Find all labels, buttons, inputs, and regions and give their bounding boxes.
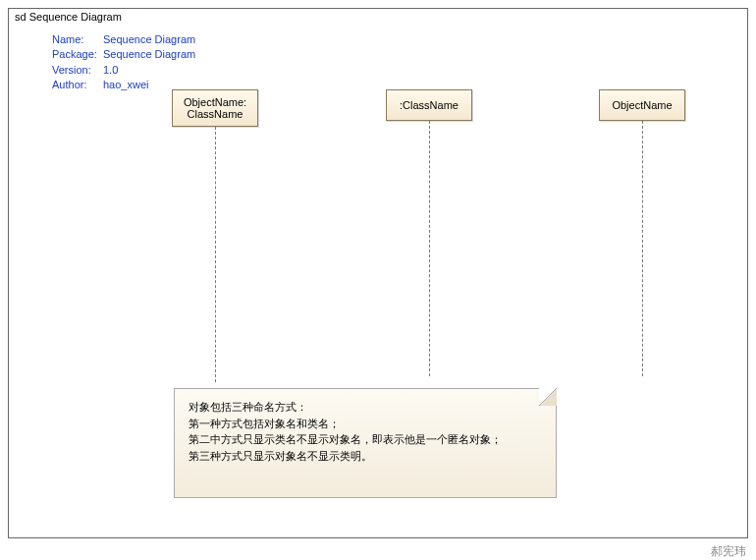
- note-line: 第一种方式包括对象名和类名；: [189, 416, 542, 432]
- frame-prefix: sd: [15, 11, 27, 23]
- lifeline-label-line1: ObjectName:: [183, 96, 247, 108]
- lifeline: ObjectName: [599, 89, 685, 376]
- frame-title-tab: sd Sequence Diagram: [8, 8, 136, 25]
- diagram-note[interactable]: 对象包括三种命名方式： 第一种方式包括对象名和类名； 第二中方式只显示类名不显示…: [174, 388, 557, 498]
- lifeline-head[interactable]: ObjectName: [599, 89, 685, 121]
- lifeline-label-line1: :ClassName: [397, 99, 461, 111]
- lifeline-dash: [642, 121, 643, 376]
- lifeline-dash: [429, 121, 430, 376]
- lifeline: ObjectName: ClassName: [172, 89, 258, 382]
- note-line: 第二中方式只显示类名不显示对象名，即表示他是一个匿名对象；: [189, 431, 542, 448]
- meta-package-label: Package:: [52, 47, 103, 62]
- meta-author-value: hao_xwei: [103, 78, 148, 92]
- lifeline-label-line2: ClassName: [183, 108, 247, 120]
- note-line: 对象包括三种命名方式：: [189, 399, 542, 416]
- author-watermark: 郝宪玮: [711, 543, 746, 560]
- meta-version-label: Version:: [52, 63, 103, 78]
- meta-package-value: Sequence Diagram: [103, 47, 195, 62]
- frame-title: Sequence Diagram: [29, 11, 122, 23]
- lifeline-dash: [215, 127, 216, 382]
- meta-version-value: 1.0: [103, 63, 118, 78]
- meta-name-value: Sequence Diagram: [103, 32, 195, 47]
- meta-author-label: Author:: [52, 78, 103, 92]
- lifeline-head[interactable]: :ClassName: [386, 89, 472, 121]
- note-line: 第三种方式只显示对象名不显示类明。: [189, 448, 542, 465]
- meta-name-label: Name:: [52, 32, 103, 47]
- lifeline: :ClassName: [386, 89, 472, 376]
- diagram-metadata: Name: Sequence Diagram Package: Sequence…: [52, 32, 195, 93]
- lifeline-label-line1: ObjectName: [610, 99, 675, 111]
- diagram-frame: sd Sequence Diagram Name: Sequence Diagr…: [8, 8, 748, 538]
- lifeline-head[interactable]: ObjectName: ClassName: [172, 89, 258, 127]
